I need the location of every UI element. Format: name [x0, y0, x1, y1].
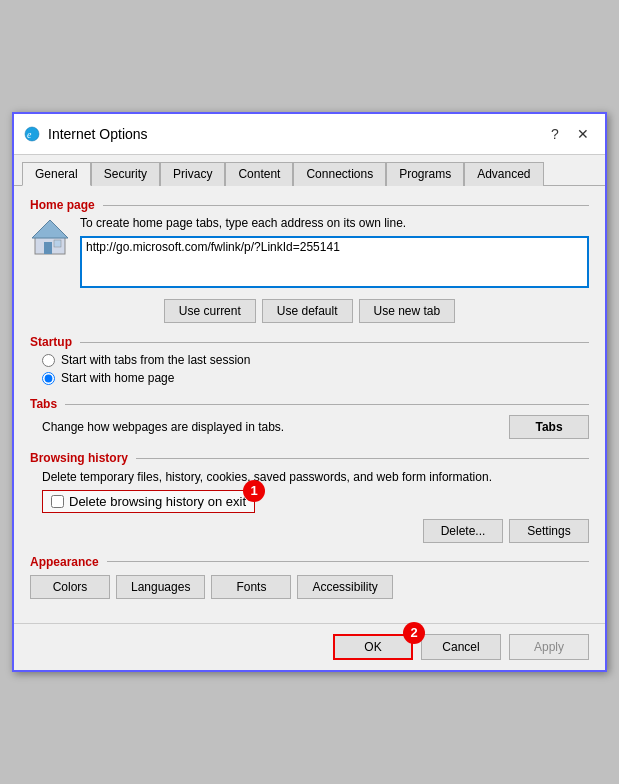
tab-content[interactable]: Content: [225, 162, 293, 186]
delete-history-checkbox-row: Delete browsing history on exit: [42, 490, 255, 513]
homepage-buttons: Use current Use default Use new tab: [30, 299, 589, 323]
languages-button[interactable]: Languages: [116, 575, 205, 599]
startup-section: Startup Start with tabs from the last se…: [30, 335, 589, 385]
tab-content-general: Home page To create home page tabs, type…: [14, 186, 605, 623]
fonts-button[interactable]: Fonts: [211, 575, 291, 599]
dialog-footer: OK 2 Cancel Apply: [14, 623, 605, 670]
tabs-bar: General Security Privacy Content Connect…: [14, 155, 605, 186]
tabs-section-row: Change how webpages are displayed in tab…: [42, 415, 589, 439]
apply-button[interactable]: Apply: [509, 634, 589, 660]
badge-1: 1: [243, 480, 265, 502]
use-default-button[interactable]: Use default: [262, 299, 353, 323]
homepage-desc: To create home page tabs, type each addr…: [80, 216, 589, 230]
cancel-button[interactable]: Cancel: [421, 634, 501, 660]
startup-option2-row: Start with home page: [42, 371, 589, 385]
browsing-history-buttons: Delete... Settings: [30, 519, 589, 543]
svg-marker-3: [32, 220, 68, 238]
tabs-section-label: Tabs: [30, 397, 589, 411]
ok-btn-wrapper: OK 2: [333, 634, 413, 660]
delete-button[interactable]: Delete...: [423, 519, 503, 543]
startup-section-label: Startup: [30, 335, 589, 349]
use-new-tab-button[interactable]: Use new tab: [359, 299, 456, 323]
homepage-section: Home page To create home page tabs, type…: [30, 198, 589, 323]
title-bar: e Internet Options ? ✕: [14, 114, 605, 155]
tab-programs[interactable]: Programs: [386, 162, 464, 186]
appearance-section-label: Appearance: [30, 555, 589, 569]
internet-options-dialog: e Internet Options ? ✕ General Security …: [12, 112, 607, 672]
delete-history-checkbox[interactable]: [51, 495, 64, 508]
startup-option1-label: Start with tabs from the last session: [61, 353, 250, 367]
svg-rect-5: [54, 240, 61, 247]
title-bar-left: e Internet Options: [24, 126, 148, 142]
homepage-row: To create home page tabs, type each addr…: [30, 216, 589, 291]
tabs-section-desc: Change how webpages are displayed in tab…: [42, 420, 284, 434]
close-button[interactable]: ✕: [571, 122, 595, 146]
delete-history-label: Delete browsing history on exit: [69, 494, 246, 509]
tab-advanced[interactable]: Advanced: [464, 162, 543, 186]
startup-option1-row: Start with tabs from the last session: [42, 353, 589, 367]
svg-rect-4: [44, 242, 52, 254]
colors-button[interactable]: Colors: [30, 575, 110, 599]
ie-icon: e: [24, 126, 40, 142]
tabs-button[interactable]: Tabs: [509, 415, 589, 439]
startup-option2-radio[interactable]: [42, 372, 55, 385]
browsing-history-section: Browsing history Delete temporary files,…: [30, 451, 589, 543]
svg-text:e: e: [27, 129, 32, 140]
tab-privacy[interactable]: Privacy: [160, 162, 225, 186]
browsing-history-label: Browsing history: [30, 451, 589, 465]
dialog-title: Internet Options: [48, 126, 148, 142]
accessibility-button[interactable]: Accessibility: [297, 575, 392, 599]
homepage-right: To create home page tabs, type each addr…: [80, 216, 589, 291]
ok-button[interactable]: OK: [333, 634, 413, 660]
tab-security[interactable]: Security: [91, 162, 160, 186]
startup-option1-radio[interactable]: [42, 354, 55, 367]
appearance-section: Appearance Colors Languages Fonts Access…: [30, 555, 589, 599]
homepage-url-input[interactable]: [80, 236, 589, 288]
help-button[interactable]: ?: [543, 122, 567, 146]
use-current-button[interactable]: Use current: [164, 299, 256, 323]
homepage-section-label: Home page: [30, 198, 589, 212]
settings-button[interactable]: Settings: [509, 519, 589, 543]
startup-option2-label: Start with home page: [61, 371, 174, 385]
badge-1-wrapper: Delete browsing history on exit 1: [42, 490, 255, 513]
tabs-section: Tabs Change how webpages are displayed i…: [30, 397, 589, 439]
title-bar-controls: ? ✕: [543, 122, 595, 146]
badge-2: 2: [403, 622, 425, 644]
home-icon: [30, 216, 70, 256]
tab-connections[interactable]: Connections: [293, 162, 386, 186]
appearance-buttons: Colors Languages Fonts Accessibility: [30, 575, 589, 599]
tab-general[interactable]: General: [22, 162, 91, 186]
browsing-history-desc: Delete temporary files, history, cookies…: [42, 469, 589, 486]
